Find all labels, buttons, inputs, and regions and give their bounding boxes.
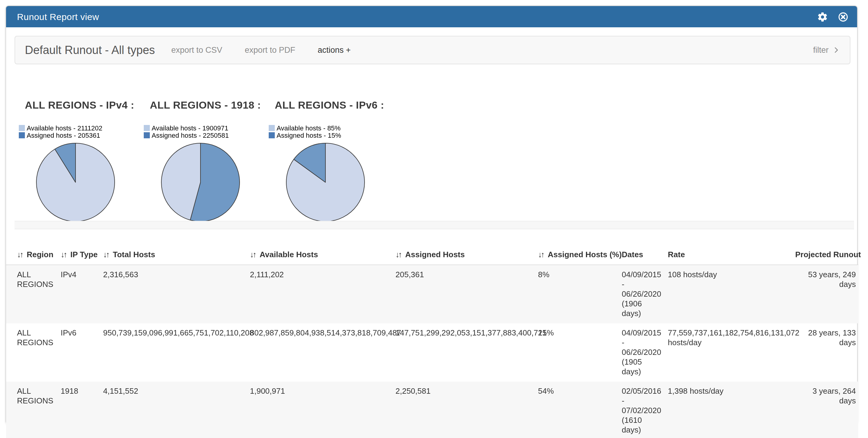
charts-section: ALL REGIONS - IPv4 : Available hosts - 2… bbox=[19, 99, 394, 222]
rate-cell: 1,398 hosts/day bbox=[668, 382, 795, 438]
legend-swatch-available bbox=[19, 125, 25, 131]
filter-toggle[interactable]: filter bbox=[813, 45, 840, 55]
sort-icon: ↓↑ bbox=[17, 250, 23, 259]
chart-title: ALL REGIONS - 1918 : bbox=[150, 99, 269, 112]
sort-icon: ↓↑ bbox=[103, 250, 108, 259]
region-cell: ALL REGIONS bbox=[6, 265, 61, 323]
total-hosts-cell: 950,739,159,096,991,665,751,702,110,208 bbox=[103, 323, 250, 382]
sort-icon: ↓↑ bbox=[61, 250, 66, 259]
column-header-ip-type[interactable]: ↓↑IP Type bbox=[61, 246, 103, 265]
legend-row-assigned: Assigned hosts - 15% bbox=[269, 132, 394, 139]
column-header-rate: Rate bbox=[668, 246, 795, 265]
sort-icon: ↓↑ bbox=[396, 250, 401, 259]
chart-title: ALL REGIONS - IPv6 : bbox=[275, 99, 394, 112]
report-title: Default Runout - All types bbox=[25, 43, 155, 57]
pie-chart-ipv6 bbox=[286, 143, 365, 222]
column-header-available-hosts[interactable]: ↓↑Available Hosts bbox=[250, 246, 396, 265]
legend-swatch-assigned bbox=[144, 132, 150, 138]
table-row: ALL REGIONS 1918 4,151,552 1,900,971 2,2… bbox=[6, 382, 858, 438]
assigned-pct-cell: 54% bbox=[538, 382, 622, 438]
close-circle-x-icon[interactable] bbox=[838, 11, 848, 22]
assigned-pct-cell: 8% bbox=[538, 265, 622, 323]
chart-legend: Available hosts - 2111202 Assigned hosts… bbox=[19, 124, 144, 139]
dates-cell: 04/09/2015 - 06/26/2020 (1905 days) bbox=[622, 323, 668, 382]
report-toolbar: Default Runout - All types export to CSV… bbox=[14, 36, 850, 64]
dates-cell: 02/05/2016 - 07/02/2020 (1610 days) bbox=[622, 382, 668, 438]
ip-type-cell: IPv6 bbox=[61, 323, 103, 382]
export-csv-link[interactable]: export to CSV bbox=[172, 45, 222, 55]
legend-row-available: Available hosts - 85% bbox=[269, 124, 394, 132]
assigned-hosts-cell: 205,361 bbox=[396, 265, 538, 323]
legend-swatch-available bbox=[269, 125, 275, 131]
table-header-row: ↓↑Region ↓↑IP Type ↓↑Total Hosts ↓↑Avail… bbox=[6, 246, 858, 265]
column-header-assigned-hosts-pct[interactable]: ↓↑Assigned Hosts (%) bbox=[538, 246, 622, 265]
column-header-assigned-hosts[interactable]: ↓↑Assigned Hosts bbox=[396, 246, 538, 265]
legend-label: Available hosts - 85% bbox=[277, 124, 341, 132]
legend-swatch-available bbox=[144, 125, 150, 131]
chart-title: ALL REGIONS - IPv4 : bbox=[25, 99, 144, 112]
projected-runout-cell: 53 years, 249 days bbox=[795, 265, 858, 323]
chart-all-regions-ipv4: ALL REGIONS - IPv4 : Available hosts - 2… bbox=[19, 99, 144, 222]
total-hosts-cell: 2,316,563 bbox=[103, 265, 250, 323]
legend-label: Available hosts - 2111202 bbox=[27, 124, 102, 132]
projected-runout-cell: 3 years, 264 days bbox=[795, 382, 858, 438]
region-cell: ALL REGIONS bbox=[6, 382, 61, 438]
legend-row-available: Available hosts - 2111202 bbox=[19, 124, 144, 132]
actions-menu-button[interactable]: actions + bbox=[317, 45, 350, 55]
available-hosts-cell: 802,987,859,804,938,514,373,818,709,487 bbox=[250, 323, 396, 382]
filter-label: filter bbox=[813, 45, 829, 55]
available-hosts-cell: 1,900,971 bbox=[250, 382, 396, 438]
pie-chart-1918 bbox=[161, 143, 240, 222]
chart-all-regions-1918: ALL REGIONS - 1918 : Available hosts - 1… bbox=[144, 99, 269, 222]
pie-chart-ipv4 bbox=[36, 143, 115, 222]
sort-icon: ↓↑ bbox=[250, 250, 255, 259]
legend-label: Assigned hosts - 2250581 bbox=[152, 132, 229, 139]
legend-swatch-assigned bbox=[19, 132, 25, 138]
legend-row-assigned: Assigned hosts - 205361 bbox=[19, 132, 144, 139]
export-pdf-link[interactable]: export to PDF bbox=[245, 45, 296, 55]
ip-type-cell: 1918 bbox=[61, 382, 103, 438]
legend-row-assigned: Assigned hosts - 2250581 bbox=[144, 132, 269, 139]
chart-all-regions-ipv6: ALL REGIONS - IPv6 : Available hosts - 8… bbox=[269, 99, 394, 222]
sort-icon: ↓↑ bbox=[538, 250, 544, 259]
column-header-projected-runout: Projected Runout bbox=[795, 246, 858, 265]
column-header-region[interactable]: ↓↑Region bbox=[6, 246, 61, 265]
column-header-total-hosts[interactable]: ↓↑Total Hosts bbox=[103, 246, 250, 265]
legend-label: Available hosts - 1900971 bbox=[152, 124, 228, 132]
column-header-dates: Dates bbox=[622, 246, 668, 265]
titlebar: Runout Report view bbox=[6, 6, 857, 27]
chart-legend: Available hosts - 1900971 Assigned hosts… bbox=[144, 124, 269, 139]
region-cell: ALL REGIONS bbox=[6, 323, 61, 382]
gear-icon[interactable] bbox=[817, 11, 828, 22]
window-title: Runout Report view bbox=[17, 11, 99, 22]
dates-cell: 04/09/2015 - 06/26/2020 (1906 days) bbox=[622, 265, 668, 323]
rate-cell: 77,559,737,161,182,754,816,131,072 hosts… bbox=[668, 323, 795, 382]
projected-runout-cell: 28 years, 133 days bbox=[795, 323, 858, 382]
assigned-hosts-cell: 147,751,299,292,053,151,377,883,400,721 bbox=[396, 323, 538, 382]
assigned-pct-cell: 15% bbox=[538, 323, 622, 382]
total-hosts-cell: 4,151,552 bbox=[103, 382, 250, 438]
table-row: ALL REGIONS IPv4 2,316,563 2,111,202 205… bbox=[6, 265, 858, 323]
runout-table: ↓↑Region ↓↑IP Type ↓↑Total Hosts ↓↑Avail… bbox=[6, 246, 858, 438]
legend-label: Assigned hosts - 15% bbox=[277, 132, 341, 139]
legend-label: Assigned hosts - 205361 bbox=[27, 132, 100, 139]
chart-legend: Available hosts - 85% Assigned hosts - 1… bbox=[269, 124, 394, 139]
rate-cell: 108 hosts/day bbox=[668, 265, 795, 323]
legend-row-available: Available hosts - 1900971 bbox=[144, 124, 269, 132]
ip-type-cell: IPv4 bbox=[61, 265, 103, 323]
assigned-hosts-cell: 2,250,581 bbox=[396, 382, 538, 438]
page: Runout Report view Default Runout - All … bbox=[0, 0, 868, 438]
section-divider-strip bbox=[14, 221, 854, 229]
titlebar-icons bbox=[817, 11, 848, 22]
available-hosts-cell: 2,111,202 bbox=[250, 265, 396, 323]
legend-swatch-assigned bbox=[269, 132, 275, 138]
chevron-right-icon bbox=[832, 46, 840, 54]
table-row: ALL REGIONS IPv6 950,739,159,096,991,665… bbox=[6, 323, 858, 382]
runout-report-window: Runout Report view Default Runout - All … bbox=[5, 5, 858, 424]
